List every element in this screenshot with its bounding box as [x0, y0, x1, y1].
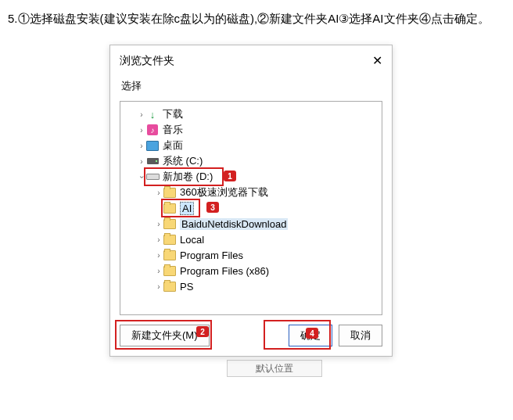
tree-label: Local	[180, 234, 204, 246]
cancel-button[interactable]: 取消	[339, 325, 382, 346]
dialog-button-row: 新建文件夹(M) 确定 取消 2 4	[110, 315, 392, 356]
annotation-box-1	[144, 167, 224, 186]
tree-item-pf86[interactable]: › Program Files (x86)	[124, 263, 378, 278]
annotation-box-4	[264, 320, 331, 350]
tree-label: 桌面	[163, 138, 183, 153]
chevron-right-icon[interactable]: ›	[155, 251, 163, 260]
tree-item-360[interactable]: › 360极速浏览器下载	[124, 185, 378, 200]
tree-item-drive-d[interactable]: › 新加卷 (D:) 1	[124, 169, 378, 185]
folder-icon	[163, 235, 176, 245]
tree-item-ps[interactable]: › PS	[124, 278, 378, 294]
folder-icon	[163, 250, 176, 260]
dialog-subtitle: 选择	[110, 76, 392, 101]
chevron-right-icon[interactable]: ›	[138, 142, 145, 150]
close-icon[interactable]: ✕	[372, 53, 382, 68]
folder-icon	[163, 282, 176, 292]
folder-tree[interactable]: › ↓ 下载 › ♪ 音乐 › 桌面 › 系统 (C:) › 新加卷 (D:) …	[120, 101, 382, 315]
tree-item-ai[interactable]: AI 3	[124, 200, 378, 216]
tree-label: PS	[180, 281, 193, 293]
annotation-badge-1: 1	[224, 171, 236, 181]
dialog-title-text: 浏览文件夹	[120, 54, 174, 68]
chevron-right-icon[interactable]: ›	[155, 220, 163, 228]
tree-label: 360极速浏览器下载	[180, 185, 268, 199]
dialog-titlebar: 浏览文件夹 ✕	[110, 45, 392, 76]
instruction-text: 5.①选择磁盘安装(建议安装在除c盘以为的磁盘),②新建文件夹AI③选择AI文件…	[8, 8, 505, 29]
tree-label: Program Files	[180, 249, 243, 261]
folder-icon	[163, 188, 176, 198]
tree-label: Program Files (x86)	[180, 265, 269, 277]
annotation-badge-2: 2	[196, 326, 209, 337]
tree-item-baidu[interactable]: › BaiduNetdiskDownload	[124, 216, 378, 232]
folder-icon	[163, 266, 176, 276]
tree-label: BaiduNetdiskDownload	[180, 218, 288, 230]
tree-label: 下载	[163, 107, 183, 121]
chevron-right-icon[interactable]: ›	[138, 126, 145, 135]
tree-label: 系统 (C:)	[163, 154, 203, 168]
annotation-badge-4: 4	[306, 328, 318, 339]
chevron-right-icon[interactable]: ›	[138, 110, 145, 119]
music-icon: ♪	[147, 124, 158, 135]
annotation-badge-3: 3	[206, 202, 219, 213]
tree-item-downloads[interactable]: › ↓ 下载	[124, 106, 378, 122]
tree-item-desktop[interactable]: › 桌面	[124, 138, 378, 153]
chevron-right-icon[interactable]: ›	[155, 282, 163, 291]
tree-item-pf[interactable]: › Program Files	[124, 247, 378, 263]
chevron-right-icon[interactable]: ›	[155, 188, 163, 197]
download-icon: ↓	[147, 109, 158, 120]
annotation-box-3	[161, 199, 200, 217]
desktop-icon	[146, 141, 159, 151]
chevron-right-icon[interactable]: ›	[138, 157, 145, 166]
browse-folder-dialog: 浏览文件夹 ✕ 选择 › ↓ 下载 › ♪ 音乐 › 桌面 › 系统 (C:) …	[109, 45, 393, 357]
tree-item-music[interactable]: › ♪ 音乐	[124, 122, 378, 138]
tree-label: 音乐	[163, 123, 183, 137]
tree-item-local[interactable]: › Local	[124, 232, 378, 247]
tree-item-drive-c[interactable]: › 系统 (C:)	[124, 153, 378, 169]
drive-icon	[147, 158, 159, 164]
background-button: 默认位置	[227, 360, 322, 377]
chevron-right-icon[interactable]: ›	[155, 267, 163, 275]
folder-icon	[163, 219, 176, 229]
chevron-right-icon[interactable]: ›	[155, 235, 163, 244]
